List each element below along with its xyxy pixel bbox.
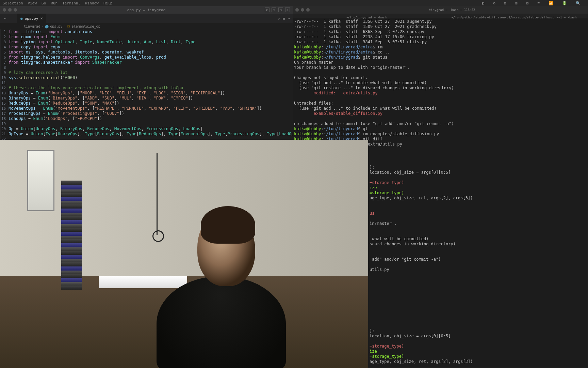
crumb-item[interactable]: ops.py (50, 25, 62, 28)
layout-icon[interactable]: ◨ (278, 7, 283, 12)
right-terminal-pane[interactable]: ):location, obj_size = args[0][0:5] =sto… (368, 164, 587, 367)
book-stack (61, 181, 82, 290)
layout-icon[interactable]: ⊞ (285, 7, 290, 12)
breadcrumb[interactable]: tinygrad › ⬤ ops.py › ⬡ elementwise_op (0, 23, 293, 29)
midi-keyboard (99, 276, 187, 288)
microphone-cable (157, 153, 158, 235)
python-file-icon: ● (20, 16, 23, 21)
status-icon[interactable]: ⊞ (504, 1, 507, 5)
menu-view[interactable]: View (28, 1, 37, 5)
term-tab-1[interactable]: tinygrad — -bash — 118×82 (316, 6, 588, 14)
menubar-status-icons[interactable]: ◧ ⚙ ⊞ ⊡ ⊟ ≡ 📶 🔋 🔍 (482, 1, 585, 5)
status-icon[interactable]: ⊡ (515, 1, 518, 5)
close-dot[interactable] (295, 8, 299, 12)
more-icon[interactable]: ⋯ (288, 16, 290, 21)
editor-actions[interactable]: ▷ ⊞ ⋯ (278, 16, 290, 21)
vscode-titlebar[interactable]: ops.py — tinygrad ◧▢◨⊞ (0, 6, 293, 14)
terminal-titlebar[interactable]: tinygrad — -bash — 118×82 (293, 6, 588, 14)
webcam-overlay (0, 140, 368, 368)
layout-icons[interactable]: ◧▢◨⊞ (265, 7, 290, 12)
battery-icon[interactable]: 🔋 (562, 1, 567, 5)
tab-ops-py[interactable]: ● ops.py × (17, 14, 46, 23)
tab-label: ops.py (25, 16, 38, 21)
term-tab-2[interactable]: ~/fun/tinygrad — -bash (293, 14, 440, 18)
min-dot[interactable] (301, 8, 304, 12)
menu-selection[interactable]: Selection (3, 1, 23, 5)
window-title: ops.py — tinygrad (127, 8, 166, 12)
close-dot[interactable] (3, 8, 6, 12)
person-torso (157, 276, 286, 368)
status-icon[interactable]: ⊟ (526, 1, 529, 5)
room-wall (0, 140, 368, 283)
min-dot[interactable] (8, 8, 12, 12)
editor-tabs[interactable]: ⋯ ● ops.py × ▷ ⊞ ⋯ (0, 14, 293, 23)
menu-window[interactable]: Window (85, 1, 99, 5)
run-icon[interactable]: ▷ (278, 16, 280, 21)
split-icon[interactable]: ⊞ (283, 16, 285, 21)
menu-terminal[interactable]: Terminal (62, 1, 80, 5)
crumb-item[interactable]: tinygrad (24, 25, 40, 28)
status-icon[interactable]: ◧ (482, 1, 484, 5)
menu-run[interactable]: Run (51, 1, 58, 5)
traffic-lights[interactable] (3, 8, 17, 12)
menu-go[interactable]: Go (42, 1, 46, 5)
close-icon[interactable]: × (40, 16, 43, 21)
traffic-lights[interactable] (295, 8, 310, 12)
status-icon[interactable]: ≡ (537, 1, 540, 5)
max-dot[interactable] (306, 8, 310, 12)
layout-icon[interactable]: ▢ (272, 7, 276, 12)
explorer-more-icon[interactable]: ⋯ (4, 16, 6, 21)
room-window (27, 150, 54, 211)
layout-icon[interactable]: ◧ (265, 7, 270, 12)
status-icon[interactable]: ⚙ (493, 1, 495, 5)
spotlight-icon[interactable]: 🔍 (576, 1, 581, 5)
menu-help[interactable]: Help (103, 1, 113, 5)
crumb-item[interactable]: elementwise_op (71, 25, 100, 28)
person-hair (201, 206, 255, 244)
macos-menubar[interactable]: Selection View Go Run Terminal Window He… (0, 0, 588, 6)
term-tab-3[interactable]: ~/fun/python/stable-diffusion-v1/scripts… (440, 14, 588, 18)
max-dot[interactable] (14, 8, 17, 12)
wifi-icon[interactable]: 📶 (549, 1, 553, 5)
